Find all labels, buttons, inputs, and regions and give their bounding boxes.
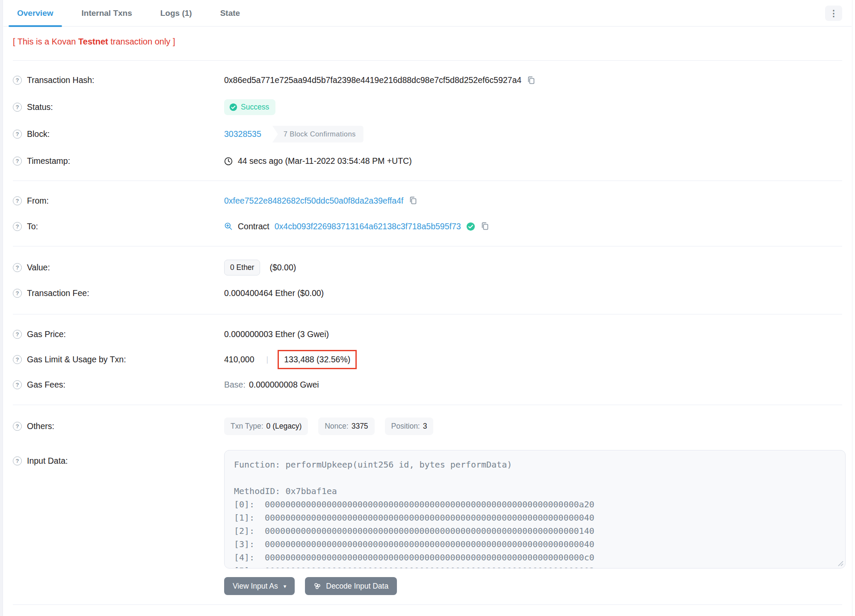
gas-limit-value: 410,000 — [224, 355, 254, 364]
nonce-value: 3375 — [352, 422, 368, 431]
section-parties: ? From: 0xfee7522e8482682cf50ddc50a0f8da… — [13, 181, 842, 246]
input-word-4: [4]:000000000000000000000000000000000000… — [234, 551, 836, 564]
help-icon[interactable]: ? — [13, 380, 22, 389]
base-fee-label: Base: — [224, 380, 246, 390]
input-word-2: [2]:000000000000000000000000000000000000… — [234, 524, 836, 538]
copy-icon — [408, 196, 418, 205]
help-icon[interactable]: ? — [13, 196, 22, 205]
page-left-edge — [0, 0, 3, 616]
section-others-input: ? Others: Txn Type: 0 (Legacy) Nonce: 33… — [13, 405, 842, 605]
input-word-3: [3]:000000000000000000000000000000000000… — [234, 538, 836, 551]
row-to: ? To: Contract 0x4cb093f226983713164a621… — [13, 213, 842, 239]
timestamp-label: Timestamp: — [27, 156, 70, 166]
chevron-down-icon: ▾ — [284, 583, 287, 589]
to-address-link[interactable]: 0x4cb093f226983713164a62138c3f718a5b595f… — [275, 222, 461, 231]
input-data-box[interactable]: Function: performUpkeep(uint256 id, byte… — [224, 450, 846, 569]
block-label: Block: — [27, 129, 50, 139]
row-gas-price: ? Gas Price: 0.000000003 Ether (3 Gwei) — [13, 322, 842, 347]
usd-value: ($0.00) — [269, 263, 296, 272]
gas-fees-label: Gas Fees: — [27, 380, 65, 390]
section-gas: ? Gas Price: 0.000000003 Ether (3 Gwei) … — [13, 314, 842, 405]
nonce-name: Nonce: — [325, 422, 348, 431]
help-icon[interactable]: ? — [13, 263, 22, 272]
help-icon[interactable]: ? — [13, 130, 22, 139]
zoom-in-icon[interactable] — [224, 222, 233, 231]
transaction-hash-value: 0x86ed5a771e725aa94d5b7fa2398e4419e216d8… — [224, 75, 521, 85]
value-label: Value: — [27, 263, 50, 272]
copy-from-address-button[interactable] — [408, 196, 418, 205]
status-badge: Success — [224, 99, 275, 115]
input-methodid-line: MethodID: 0x7bbaf1ea — [234, 485, 836, 498]
copy-to-address-button[interactable] — [480, 222, 490, 231]
row-from: ? From: 0xfee7522e8482682cf50ddc50a0f8da… — [13, 188, 842, 213]
verified-check-icon — [466, 222, 475, 231]
row-block: ? Block: 30328535 7 Block Confirmations — [13, 121, 842, 148]
help-icon[interactable]: ? — [13, 103, 22, 112]
tab-bar: Overview Internal Txns Logs (1) State ⋮ — [3, 0, 852, 27]
transaction-details-card: Overview Internal Txns Logs (1) State ⋮ … — [3, 0, 852, 605]
decode-icon — [314, 582, 321, 590]
txn-type-name: Txn Type: — [231, 422, 263, 431]
from-address-link[interactable]: 0xfee7522e8482682cf50ddc50a0f8da2a39effa… — [224, 196, 403, 206]
tab-logs[interactable]: Logs (1) — [152, 0, 201, 27]
gas-price-label: Gas Price: — [27, 329, 66, 339]
others-label: Others: — [27, 421, 54, 431]
row-others: ? Others: Txn Type: 0 (Legacy) Nonce: 33… — [13, 413, 842, 440]
row-input-data: ? Input Data: Function: performUpkeep(ui… — [13, 450, 842, 595]
tab-overview[interactable]: Overview — [9, 0, 62, 27]
notice-prefix: [ This is a Kovan — [13, 37, 78, 46]
row-transaction-hash: ? Transaction Hash: 0x86ed5a771e725aa94d… — [13, 67, 842, 94]
position-name: Position: — [391, 422, 420, 431]
timestamp-value: 44 secs ago (Mar-11-2022 03:54:48 PM +UT… — [238, 156, 412, 166]
input-word-1: [1]:000000000000000000000000000000000000… — [234, 511, 836, 524]
resize-grip-icon[interactable] — [838, 561, 843, 566]
nonce-badge: Nonce: 3375 — [318, 418, 374, 435]
overview-panel: [ This is a Kovan Testnet transaction on… — [3, 27, 852, 605]
notice-bold: Testnet — [78, 37, 108, 46]
block-number-link[interactable]: 30328535 — [224, 129, 261, 139]
notice-section: [ This is a Kovan Testnet transaction on… — [13, 27, 842, 61]
copy-icon — [480, 222, 490, 231]
help-icon[interactable]: ? — [13, 330, 22, 339]
contract-word: Contract — [238, 222, 269, 231]
tab-internal-txns[interactable]: Internal Txns — [73, 0, 141, 27]
input-data-label: Input Data: — [27, 456, 68, 466]
view-input-as-button[interactable]: View Input As ▾ — [224, 577, 295, 595]
txn-type-badge: Txn Type: 0 (Legacy) — [224, 418, 308, 435]
transaction-fee-value: 0.000400464 Ether ($0.00) — [224, 288, 324, 298]
block-confirmations-badge: 7 Block Confirmations — [272, 126, 364, 142]
help-icon[interactable]: ? — [13, 289, 22, 298]
status-text: Success — [241, 103, 269, 112]
row-gas-limit-usage: ? Gas Limit & Usage by Txn: 410,000 | 13… — [13, 347, 842, 372]
help-icon[interactable]: ? — [13, 157, 22, 166]
transaction-hash-label: Transaction Hash: — [27, 75, 95, 85]
txn-type-value: 0 (Legacy) — [266, 422, 302, 431]
from-label: From: — [27, 196, 49, 206]
decode-input-data-button[interactable]: Decode Input Data — [305, 577, 397, 595]
help-icon[interactable]: ? — [13, 76, 22, 85]
more-options-button[interactable]: ⋮ — [825, 6, 842, 21]
gas-usage-value: 133,488 (32.56%) — [284, 355, 350, 364]
position-badge: Position: 3 — [385, 418, 434, 435]
clock-icon — [224, 157, 233, 166]
position-value: 3 — [423, 422, 427, 431]
row-timestamp: ? Timestamp: 44 secs ago (Mar-11-2022 03… — [13, 148, 842, 175]
input-data-actions: View Input As ▾ Decode Input Data — [224, 577, 846, 595]
row-gas-fees: ? Gas Fees: Base: 0.000000008 Gwei — [13, 372, 842, 397]
help-icon[interactable]: ? — [13, 355, 22, 364]
separator-bar: | — [266, 355, 269, 364]
check-circle-icon — [229, 103, 237, 111]
transaction-fee-label: Transaction Fee: — [27, 288, 89, 298]
help-icon[interactable]: ? — [13, 456, 22, 465]
copy-icon — [527, 76, 536, 85]
gas-limit-label: Gas Limit & Usage by Txn: — [27, 355, 126, 364]
copy-hash-button[interactable] — [527, 76, 536, 85]
row-value: ? Value: 0 Ether ($0.00) — [13, 255, 842, 280]
tab-state[interactable]: State — [212, 0, 249, 27]
help-icon[interactable]: ? — [13, 422, 22, 431]
ether-value-badge: 0 Ether — [224, 260, 260, 275]
kebab-icon: ⋮ — [829, 9, 838, 18]
base-fee-value: 0.000000008 Gwei — [249, 380, 319, 390]
gas-price-value: 0.000000003 Ether (3 Gwei) — [224, 329, 329, 339]
help-icon[interactable]: ? — [13, 222, 22, 231]
